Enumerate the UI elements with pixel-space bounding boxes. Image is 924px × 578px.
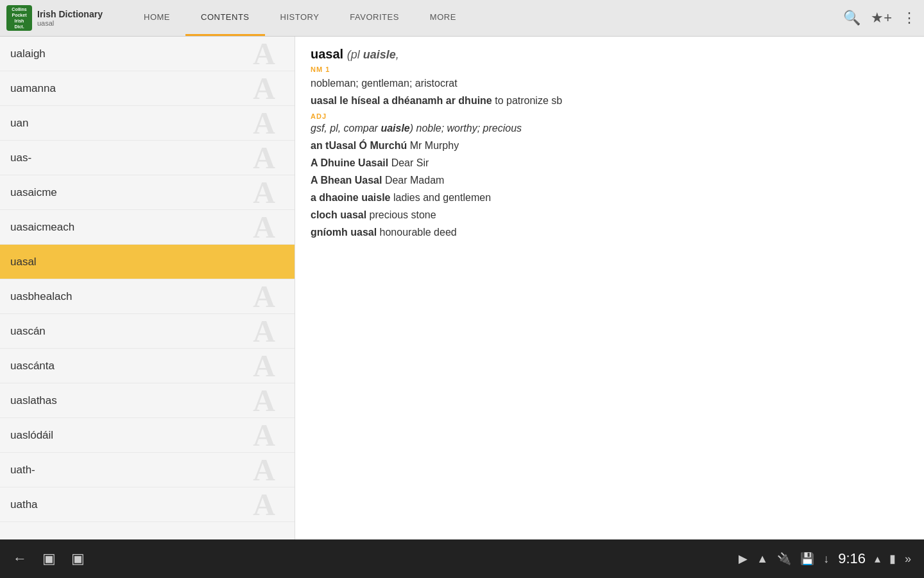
phrase-rest-5: honourable deed: [377, 227, 457, 238]
sidebar-item-uaslathas[interactable]: uaslathasA: [0, 383, 295, 418]
grammar-line: gsf, pl, compar uaisle) noble; worthy; p…: [311, 123, 909, 134]
sidebar-item-uascanta[interactable]: uascántaA: [0, 349, 295, 383]
phrase-bold-2: A Bhean Uasal: [311, 175, 382, 186]
sidebar-item-uasaicmeach[interactable]: uasaicmeachA: [0, 210, 295, 245]
sidebar: ualaighAuamannaAuanAuas-AuasaicmeAuasaic…: [0, 37, 295, 539]
recents-icon[interactable]: ▣: [71, 550, 85, 567]
app-title: Irish Dictionary: [37, 9, 103, 19]
sidebar-watermark: A: [253, 105, 275, 141]
grammar2-word: uaisle: [381, 123, 409, 134]
bottom-left: ← ▣ ▣: [13, 550, 85, 567]
back-icon[interactable]: ←: [13, 550, 27, 567]
phrase-bold-4: cloch uasal: [311, 209, 366, 220]
app-icon-text: CollinsPocketIrishDict.: [10, 5, 28, 31]
nav-tab-home[interactable]: HOME: [128, 0, 185, 36]
wifi-icon: ▴: [875, 552, 880, 566]
phrase-5: gníomh uasal honourable deed: [311, 225, 909, 240]
usb-icon: 🔌: [777, 552, 791, 566]
app-title-area: Irish Dictionary uasal: [37, 9, 103, 27]
sidebar-watermark: A: [253, 487, 275, 522]
sidebar-item-label: uaslódáil: [10, 429, 53, 442]
example-1-rest: to patronize sb: [492, 95, 562, 106]
sidebar-item-uaslodail[interactable]: uaslódáilA: [0, 418, 295, 453]
sidebar-item-label: uasal: [10, 256, 37, 268]
more-vert-icon[interactable]: ⋮: [902, 10, 916, 26]
sidebar-watermark: A: [253, 383, 275, 418]
sidebar-watermark: A: [253, 175, 275, 210]
nav-tab-more[interactable]: MORE: [415, 0, 472, 36]
phrase-rest-4: precious stone: [366, 209, 436, 220]
star-add-icon[interactable]: ★+: [871, 10, 892, 26]
expand-icon[interactable]: »: [905, 552, 911, 566]
sidebar-item-ualaigh[interactable]: ualaighA: [0, 37, 295, 71]
android-icon: ▲: [757, 552, 768, 566]
phrase-rest-2: Dear Madam: [382, 175, 444, 186]
sidebar-item-uamanna[interactable]: uamannaA: [0, 71, 295, 106]
sidebar-item-uascan[interactable]: uascánA: [0, 314, 295, 349]
sidebar-watermark: A: [253, 140, 275, 175]
sidebar-watermark: A: [253, 348, 275, 383]
nav-tabs: HOMECONTENTSHISTORYFAVORITESMORE: [128, 0, 835, 36]
phrase-0: an tUasal Ó Murchú Mr Murphy: [311, 138, 909, 153]
sidebar-item-uas[interactable]: uas-A: [0, 141, 295, 175]
app-subtitle: uasal: [37, 19, 103, 27]
sidebar-item-uasal[interactable]: uasal: [0, 245, 295, 279]
screenshot-icon: ▶: [739, 552, 748, 566]
definition-1: nobleman; gentleman; aristocrat: [311, 76, 909, 91]
entry-headword: uasal: [311, 47, 343, 61]
download-icon: ↓: [823, 552, 829, 566]
phrase-bold-0: an tUasal Ó Murchú: [311, 140, 407, 151]
example-1: uasal le híseal a dhéanamh ar dhuine to …: [311, 93, 909, 109]
sidebar-watermark: A: [253, 37, 275, 71]
pl-prefix: pl: [351, 48, 360, 61]
sidebar-item-label: uatha: [10, 498, 38, 511]
sidebar-watermark: A: [253, 71, 275, 106]
phrase-2: A Bhean Uasal Dear Madam: [311, 173, 909, 188]
sidebar-item-label: uasaicme: [10, 186, 57, 199]
pos-label-nm: NM 1: [311, 66, 909, 73]
nav-tab-history[interactable]: HISTORY: [265, 0, 335, 36]
sidebar-watermark: A: [253, 279, 275, 314]
phrase-rest-0: Mr Murphy: [407, 140, 459, 151]
phrase-rest-3: ladies and gentlemen: [390, 192, 491, 203]
search-icon[interactable]: 🔍: [843, 10, 860, 26]
sd-icon: 💾: [800, 552, 814, 566]
sidebar-item-label: uasbhealach: [10, 290, 72, 303]
example-1-bold: uasal le híseal a dhéanamh ar dhuine: [311, 95, 492, 106]
bottom-right: ▶ ▲ 🔌 💾 ↓ 9:16 ▴ ▮ »: [739, 550, 911, 567]
sidebar-item-label: uas-: [10, 152, 31, 164]
entry-head: uasal (pl uaisle,: [311, 47, 909, 62]
phrase-bold-1: A Dhuine Uasail: [311, 157, 388, 168]
sidebar-item-label: ualaigh: [10, 48, 46, 60]
sidebar-item-uan[interactable]: uanA: [0, 106, 295, 141]
phrase-4: cloch uasal precious stone: [311, 207, 909, 223]
sidebar-watermark: A: [253, 417, 275, 453]
clock: 9:16: [838, 550, 866, 567]
app-icon-area: CollinsPocketIrishDict. Irish Dictionary…: [0, 0, 128, 36]
battery-icon: ▮: [889, 552, 896, 566]
sidebar-item-label: uascán: [10, 325, 46, 338]
sidebar-item-label: uan: [10, 117, 28, 130]
phrase-bold-3: a dhaoine uaisle: [311, 192, 390, 203]
dict-content: uasal (pl uaisle, NM 1 nobleman; gentlem…: [295, 37, 924, 539]
nav-tab-favorites[interactable]: FAVORITES: [334, 0, 415, 36]
main-area: ualaighAuamannaAuanAuas-AuasaicmeAuasaic…: [0, 37, 924, 539]
pl-word: uaisle: [363, 48, 396, 61]
phrase-rest-1: Dear Sir: [388, 157, 429, 168]
pos-label-adj: ADJ: [311, 112, 909, 120]
home-icon[interactable]: ▣: [42, 550, 56, 567]
sidebar-watermark: A: [253, 209, 275, 245]
sidebar-item-uasbhealach[interactable]: uasbhealachA: [0, 279, 295, 314]
bottom-bar: ← ▣ ▣ ▶ ▲ 🔌 💾 ↓ 9:16 ▴ ▮ »: [0, 539, 924, 578]
sidebar-item-uasaicme[interactable]: uasaicmeA: [0, 175, 295, 210]
sidebar-item-uath[interactable]: uath-A: [0, 453, 295, 487]
sidebar-item-label: uamanna: [10, 82, 56, 95]
app-icon: CollinsPocketIrishDict.: [6, 5, 32, 31]
sidebar-item-label: uascánta: [10, 360, 55, 372]
nav-tab-contents[interactable]: CONTENTS: [185, 0, 265, 36]
sidebar-watermark: A: [253, 452, 275, 487]
sidebar-watermark: A: [253, 313, 275, 349]
phrase-3: a dhaoine uaisle ladies and gentlemen: [311, 190, 909, 206]
phrase-1: A Dhuine Uasail Dear Sir: [311, 155, 909, 171]
sidebar-item-uatha[interactable]: uathaA: [0, 487, 295, 522]
